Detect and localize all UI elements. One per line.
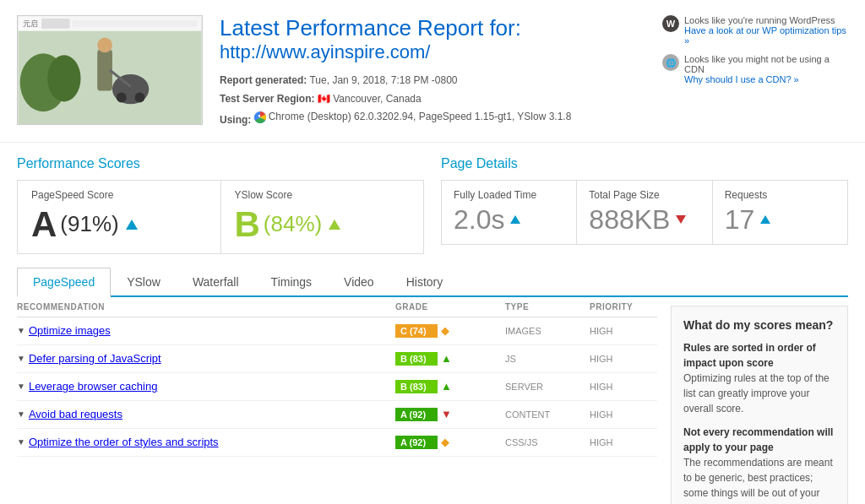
grade-label-2: B (83) [395,380,438,393]
site-thumbnail: 元启 [17,15,203,125]
rec-priority-1: HIGH [590,354,657,364]
grade-icon-1: ▲ [441,352,452,365]
requests-label: Requests [725,189,835,201]
sidebar-scores-meaning: What do my scores mean? Rules are sorted… [671,306,848,504]
expand-icon-3[interactable]: ▼ [17,409,25,419]
rec-priority-4: HIGH [590,437,657,447]
recommendations-panel: Recommendation Grade Type Priority ▼ Opt… [17,297,657,504]
sidebar-p1-bold: Rules are sorted in order of impact upon… [683,342,816,369]
yslow-label: YSlow Score [235,189,411,201]
total-page-size-value: 888KB [589,204,699,236]
notice-cdn-link[interactable]: Why should I use a CDN? » [684,74,799,84]
tab-history[interactable]: History [390,268,460,297]
expand-icon-2[interactable]: ▼ [17,382,25,391]
header-notices: W Looks like you're running WordPress Ha… [654,15,848,93]
rec-type-4: CSS/JS [505,437,590,447]
svg-point-11 [135,93,145,103]
rec-name-1: ▼ Defer parsing of JavaScript [17,352,395,365]
rec-row-3: ▼ Avoid bad requests A (92) ▼ CONTENT HI… [17,401,657,429]
scores-cards: PageSpeed Score A(91%) YSlow Score B(84%… [17,180,424,254]
yslow-score-card: YSlow Score B(84%) [221,181,424,253]
scores-section: Performance Scores PageSpeed Score A(91%… [0,143,865,254]
rec-type-3: CONTENT [505,409,590,420]
page-details-block: Page Details Fully Loaded Time 2.0s Tota… [441,156,848,254]
expand-icon-0[interactable]: ▼ [17,326,25,335]
rec-priority-2: HIGH [590,382,657,392]
page-details-title: Page Details [441,156,848,171]
expand-icon-4[interactable]: ▼ [17,437,25,447]
col-header-priority: Priority [590,302,657,312]
yslow-trend-up-icon [329,219,340,230]
notice-wp-text: Looks like you're running WordPress Have… [684,15,848,46]
report-generated-label: Report generated: [220,74,307,86]
chrome-icon [254,111,266,123]
rec-priority-0: HIGH [590,326,657,336]
col-header-type: Type [505,302,590,312]
notice-wp-link[interactable]: Have a look at our WP optimization tips … [684,25,846,46]
total-page-size-label: Total Page Size [589,189,699,201]
svg-point-10 [117,93,127,103]
notice-wordpress: W Looks like you're running WordPress Ha… [662,15,848,46]
svg-point-6 [47,55,80,101]
grade-icon-0: ◆ [441,324,449,337]
rec-link-4[interactable]: Optimize the order of styles and scripts [29,436,219,448]
tab-yslow[interactable]: YSlow [111,268,177,297]
grade-label-0: C (74) [395,324,438,338]
page-details-cards: Fully Loaded Time 2.0s Total Page Size 8… [441,180,848,245]
report-title: Latest Performance Report for: [220,15,654,41]
wordpress-icon: W [662,15,679,32]
cdn-icon: 🌐 [662,54,679,71]
requests-trend-icon [760,215,770,224]
grade-label-3: A (92) [395,408,438,421]
grade-icon-2: ▲ [441,380,452,393]
rec-name-2: ▼ Leverage browser caching [17,380,395,393]
grade-icon-4: ◆ [441,436,449,448]
rec-name-0: ▼ Optimize images [17,324,395,337]
content-area: Recommendation Grade Type Priority ▼ Opt… [0,297,865,504]
grade-label-1: B (83) [395,352,438,366]
rec-name-4: ▼ Optimize the order of styles and scrip… [17,436,395,448]
grade-bar-0: C (74) ◆ [395,324,505,338]
rec-type-2: SERVER [505,382,590,392]
notice-cdn: 🌐 Looks like you might not be using a CD… [662,54,848,84]
rec-link-1[interactable]: Defer parsing of JavaScript [29,352,161,365]
rec-priority-3: HIGH [590,409,657,420]
yslow-grade: B(84%) [235,204,411,245]
using-value: Chrome (Desktop) 62.0.3202.94, PageSpeed… [269,108,572,127]
svg-rect-3 [73,20,198,27]
rec-table-header: Recommendation Grade Type Priority [17,297,657,317]
pagespeed-label: PageSpeed Score [31,189,207,201]
pagespeed-trend-up-icon [126,219,138,230]
sidebar-p2: Not every recommendation will apply to y… [683,425,835,504]
rec-link-3[interactable]: Avoid bad requests [29,408,122,420]
sidebar-p1-text: Optimizing rules at the top of the list … [683,372,830,415]
rec-type-0: IMAGES [505,326,590,336]
pagespeed-grade: A(91%) [31,204,207,245]
tab-timings[interactable]: Timings [255,268,329,297]
sidebar-p2-bold: Not every recommendation will apply to y… [683,426,833,453]
fully-loaded-label: Fully Loaded Time [454,189,564,201]
notice-cdn-text: Looks like you might not be using a CDN … [684,54,848,84]
tabs-section: PageSpeed YSlow Waterfall Timings Video … [0,254,865,297]
col-header-grade: Grade [395,302,505,312]
rec-link-0[interactable]: Optimize images [29,324,111,337]
tab-video[interactable]: Video [328,268,390,297]
fully-loaded-card: Fully Loaded Time 2.0s [442,181,577,244]
grade-icon-3: ▼ [441,408,452,420]
grade-bar-4: A (92) ◆ [395,436,505,449]
report-url[interactable]: http://www.ayinspire.com/ [220,41,654,63]
pagespeed-score-card: PageSpeed Score A(91%) [18,181,221,253]
performance-scores-title: Performance Scores [17,156,424,171]
rec-link-2[interactable]: Leverage browser caching [29,380,157,393]
tab-waterfall[interactable]: Waterfall [177,268,255,297]
rec-type-1: JS [505,354,590,364]
expand-icon-1[interactable]: ▼ [17,354,25,363]
rec-row-1: ▼ Defer parsing of JavaScript B (83) ▲ J… [17,345,657,373]
pagesize-trend-icon [676,215,686,224]
header-meta: Report generated: Tue, Jan 9, 2018, 7:18… [220,72,654,130]
sidebar-title: What do my scores mean? [683,318,835,332]
performance-scores-block: Performance Scores PageSpeed Score A(91%… [17,156,424,254]
requests-value: 17 [725,204,835,236]
rec-row-2: ▼ Leverage browser caching B (83) ▲ SERV… [17,373,657,401]
tab-pagespeed[interactable]: PageSpeed [17,268,111,297]
